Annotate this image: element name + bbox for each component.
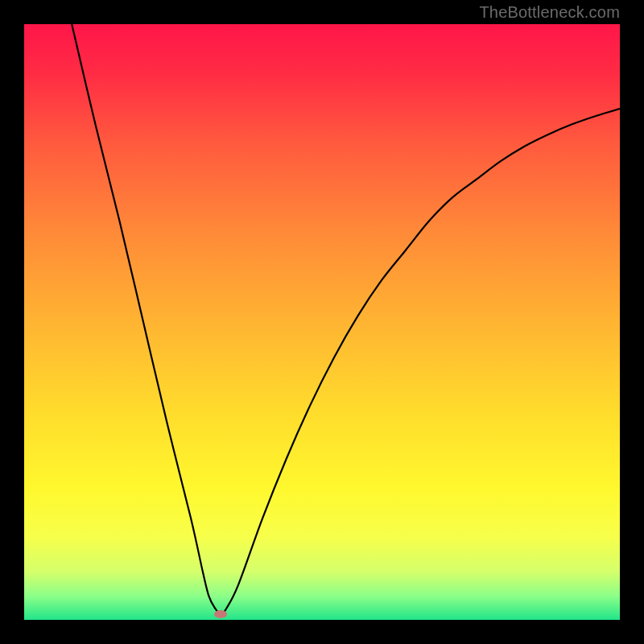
plot-area	[24, 24, 620, 620]
optimum-marker	[214, 610, 227, 618]
bottleneck-curve	[24, 24, 620, 620]
chart-frame	[24, 24, 620, 620]
watermark-text: TheBottleneck.com	[479, 3, 620, 22]
